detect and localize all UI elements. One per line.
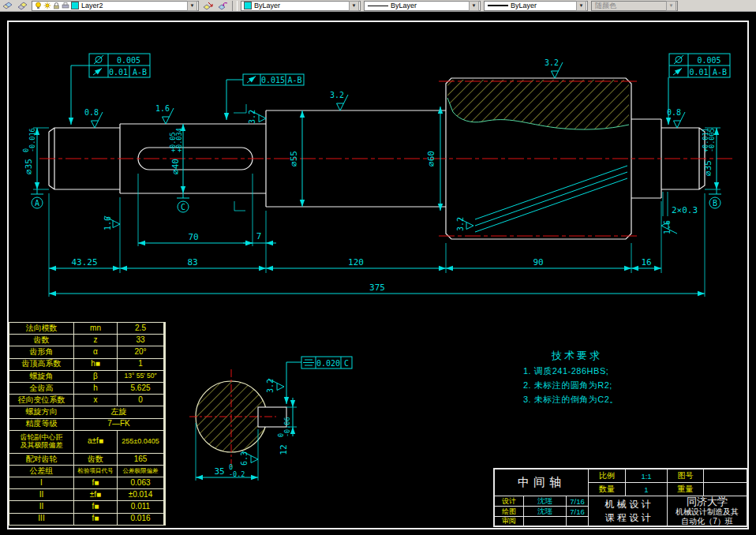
plot-style-dropdown-arrow-icon: ▼: [666, 1, 676, 11]
make-object-layer-current-button[interactable]: [201, 1, 215, 11]
dim-7: 7: [256, 231, 262, 241]
plot-style-dropdown: 随颜色 ▼: [591, 1, 678, 11]
design-date: 7/16: [567, 496, 588, 506]
layer-previous-button[interactable]: [216, 1, 230, 11]
course-name: 机 械 设 计课 程 设 计: [589, 496, 667, 526]
layer-properties-button[interactable]: [1, 1, 14, 11]
table-cell: 2.5: [118, 323, 163, 334]
fcf2-datum: A-B: [287, 76, 301, 84]
table-cell: 配对齿轮: [9, 454, 73, 465]
table-cell: β: [74, 371, 117, 382]
svg-text:⌀40: ⌀40: [170, 159, 181, 174]
dim-83: 83: [187, 257, 197, 268]
lineweight-value: ByLayer: [508, 2, 576, 9]
table-cell: 螺旋方向: [9, 406, 73, 417]
technical-requirements: 技术要求 1. 调质241-286HBS; 2. 未标注的圆角为R2; 3. 未…: [523, 349, 619, 406]
table-cell: f■: [74, 501, 117, 512]
scale-label: 比例: [589, 470, 625, 482]
datum-c: C: [181, 203, 185, 211]
table-cell: 0.016: [118, 514, 163, 525]
finish-16-left-shoulder: 1.6: [103, 216, 112, 230]
linetype-value: ByLayer: [388, 2, 469, 9]
color-control-dropdown[interactable]: ByLayer ▼: [241, 1, 361, 11]
lineweight-sample: [488, 5, 508, 6]
table-cell: 左旋: [74, 406, 163, 417]
fcf1-value1: 0.005: [117, 56, 140, 65]
tech-item: 2. 未标注的圆角为R2;: [523, 380, 619, 391]
helix-tooth-lines: [475, 166, 627, 232]
table-cell: 齿顶高系数: [9, 359, 73, 370]
fcf1-datum: A-B: [133, 68, 147, 77]
design-label: 设计: [495, 496, 523, 506]
finish-08-left: 0.8: [84, 108, 99, 117]
layers-button[interactable]: [16, 1, 29, 11]
dim-dia55: ⌀55: [289, 151, 299, 166]
cad-application-window: Layer2 ▼ ByLayer ▼ ByLayer ▼ ByLayer ▼ 随…: [0, 0, 756, 535]
svg-text:35: 35: [214, 466, 224, 477]
table-cell: I: [9, 477, 73, 488]
linetype-control-dropdown[interactable]: ByLayer ▼: [364, 1, 481, 11]
table-cell: a±f■: [74, 431, 117, 453]
school-name: 同济大学 机械设计制造及其 自动化（7）班: [668, 496, 747, 526]
dim-dia35-right: ⌀35 +0.011 -0.005: [702, 128, 716, 176]
table-cell: 法向模数: [9, 323, 73, 334]
table-cell: ±f■: [74, 489, 117, 500]
part-name: 中间轴: [495, 470, 588, 496]
tech-item: 3. 未标注的倒角为C2。: [523, 394, 619, 406]
sun-icon: [43, 2, 51, 9]
table-cell: II: [9, 489, 73, 500]
datum-symbols: A B C: [31, 189, 721, 212]
plot-style-value: 随颜色: [593, 1, 666, 11]
tech-title: 技术要求: [552, 349, 619, 363]
symmetry-datum: C: [344, 359, 349, 368]
svg-text:⌀35: ⌀35: [703, 160, 713, 176]
layer-dropdown[interactable]: Layer2 ▼: [32, 1, 199, 11]
gear-section-hatch: [447, 80, 629, 129]
title-block: 中间轴 比例 1:1 图号 数量 1 重量 设计 沈瑶 7/16 绘图 沈瑶 7…: [493, 468, 748, 527]
table-cell: 0.011: [118, 501, 163, 512]
color-dropdown-arrow-icon[interactable]: ▼: [349, 1, 359, 11]
finish-32-gear: 3.2: [545, 58, 559, 67]
draft-name: 沈瑶: [524, 507, 566, 516]
finish-16-keyseat: 1.6: [155, 104, 170, 113]
table-cell: z: [74, 335, 117, 346]
weight-label: 重量: [668, 483, 703, 496]
symmetry-value: 0.020: [316, 359, 340, 368]
table-cell: f■: [74, 477, 117, 488]
draft-label: 绘图: [495, 507, 523, 516]
table-cell: 7—FK: [74, 419, 163, 430]
dim-70: 70: [188, 232, 198, 242]
table-cell: 齿数: [9, 335, 73, 346]
table-cell: 公差极限偏差: [118, 466, 163, 477]
svg-text:⌀35: ⌀35: [24, 159, 34, 174]
linetype-dropdown-arrow-icon[interactable]: ▼: [469, 1, 479, 11]
finish-16-right-shoulder: 1.6: [663, 220, 672, 234]
table-cell: 33: [118, 335, 163, 346]
printer-icon: [62, 2, 69, 9]
table-cell: 0: [118, 395, 163, 406]
svg-text:-0.2: -0.2: [229, 470, 245, 478]
svg-text:-0.016: -0.016: [28, 128, 36, 152]
fcf2-value: 0.015: [261, 76, 285, 84]
table-cell: 公差组: [9, 466, 73, 477]
fcf3-datum: A-B: [713, 68, 727, 77]
dim-dia35-left: ⌀35 0 -0.016: [22, 128, 36, 174]
linetype-sample: [368, 6, 388, 6]
lineweight-dropdown-arrow-icon[interactable]: ▼: [576, 1, 586, 11]
lineweight-control-dropdown[interactable]: ByLayer ▼: [484, 1, 588, 11]
qty-value: 1: [626, 483, 667, 496]
table-cell: ±0.014: [118, 489, 163, 500]
table-cell: 165: [118, 454, 163, 465]
dim-375: 375: [369, 282, 385, 293]
design-name: 沈瑶: [524, 496, 566, 506]
table-cell: 0.063: [118, 477, 163, 488]
finish-32-step: 3.2: [248, 110, 256, 124]
layer-dropdown-arrow-icon[interactable]: ▼: [187, 1, 197, 11]
finish-63-section: 6.3: [240, 451, 249, 466]
svg-text:-0.06: -0.06: [283, 417, 291, 437]
table-cell: 齿形角: [9, 346, 73, 357]
color-value: ByLayer: [252, 2, 349, 9]
review-label: 审阅: [495, 517, 523, 526]
finish-32-keyway: 3.2: [266, 379, 275, 393]
table-cell: 检验项目代号: [74, 466, 117, 477]
